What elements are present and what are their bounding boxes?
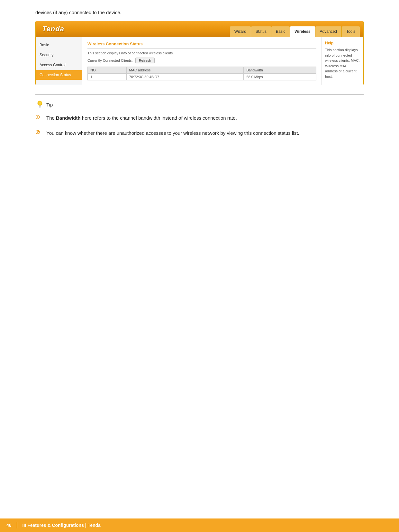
tip-item-1: ① The Bandwidth here refers to the chann…	[35, 114, 364, 122]
tab-status[interactable]: Status	[251, 26, 271, 37]
router-body: Basic Security Access Control Connection…	[36, 37, 363, 85]
cell-no: 1	[88, 74, 127, 80]
svg-rect-3	[39, 107, 41, 108]
page-content: devices (if any) connected to the device…	[0, 0, 399, 173]
svg-point-9	[39, 102, 41, 105]
connected-clients-label: Currently Connected Clients:	[87, 59, 133, 62]
router-help: Help This section displays info of conne…	[322, 37, 363, 85]
tip-label: Tip	[46, 102, 53, 107]
col-mac: MAC address	[126, 67, 244, 74]
tip-text-2: You can know whether there are unauthori…	[46, 129, 299, 137]
table-row: 1 70:72:3C:30:4B:D7 58.0 Mbps	[88, 74, 316, 80]
refresh-button[interactable]: Refresh	[135, 58, 155, 63]
tab-advanced[interactable]: Advanced	[315, 26, 342, 37]
tab-tools[interactable]: Tools	[342, 26, 360, 37]
connected-clients-row: Currently Connected Clients: Refresh	[87, 58, 316, 63]
footer-page-number: 46	[6, 523, 12, 528]
sidebar-item-security[interactable]: Security	[36, 50, 82, 60]
tip-section: Tip ① The Bandwidth here refers to the c…	[35, 100, 364, 137]
intro-text: devices (if any) connected to the device…	[35, 10, 364, 15]
sidebar-item-connection-status[interactable]: Connection Status	[36, 70, 82, 80]
tip-header: Tip	[35, 100, 364, 109]
tenda-logo: Tenda	[42, 25, 64, 33]
router-ui: Tenda Wizard Status Basic Wireless Advan…	[35, 21, 364, 85]
svg-rect-1	[39, 105, 41, 106]
section-desc: This section displays info of connected …	[87, 51, 316, 55]
tab-wizard[interactable]: Wizard	[230, 26, 251, 37]
lightbulb-icon	[35, 100, 44, 109]
svg-line-5	[38, 101, 39, 101]
help-title: Help	[325, 41, 360, 45]
footer-text: III Features & Configurations | Tenda	[23, 523, 101, 528]
sidebar-item-access-control[interactable]: Access Control	[36, 60, 82, 70]
nav-tabs: Wizard Status Basic Wireless Advanced To…	[230, 21, 360, 37]
col-bandwidth: Bandwidth	[244, 67, 316, 74]
tip-text-1: The Bandwidth here refers to the channel…	[46, 114, 237, 122]
svg-rect-2	[39, 106, 41, 107]
svg-line-6	[41, 101, 41, 101]
router-main: Wireless Connection Status This section …	[82, 37, 322, 85]
tip-number-1: ①	[35, 114, 42, 120]
footer-divider	[17, 522, 17, 528]
page-footer: 46 III Features & Configurations | Tenda	[0, 518, 399, 532]
section-title: Wireless Connection Status	[87, 41, 316, 49]
tip-item-2: ② You can know whether there are unautho…	[35, 129, 364, 137]
tab-wireless[interactable]: Wireless	[290, 26, 315, 37]
clients-table: NO. MAC address Bandwidth 1 70:72:3C:30:…	[87, 67, 316, 80]
tip-divider	[35, 94, 364, 95]
cell-bandwidth: 58.0 Mbps	[244, 74, 316, 80]
col-no: NO.	[88, 67, 127, 74]
sidebar-item-basic[interactable]: Basic	[36, 40, 82, 50]
tip-list: ① The Bandwidth here refers to the chann…	[35, 114, 364, 137]
router-header: Tenda Wizard Status Basic Wireless Advan…	[36, 21, 363, 37]
tab-basic[interactable]: Basic	[271, 26, 290, 37]
tip-number-2: ②	[35, 129, 42, 135]
router-sidebar: Basic Security Access Control Connection…	[36, 37, 82, 85]
cell-mac: 70:72:3C:30:4B:D7	[126, 74, 244, 80]
help-text: This section displays info of connected …	[325, 47, 360, 79]
